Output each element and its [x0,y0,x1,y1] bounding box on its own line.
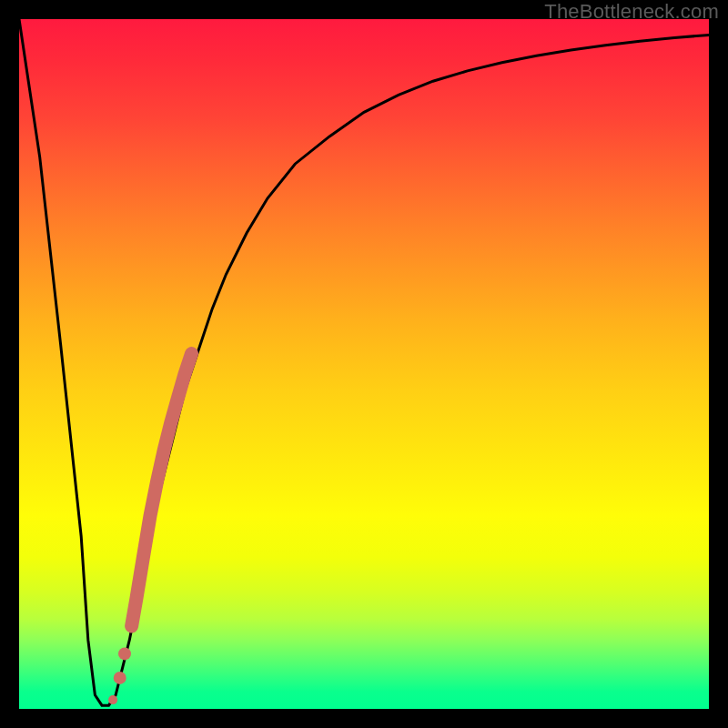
frame: TheBottleneck.com [0,0,728,728]
highlight-dot [108,695,117,704]
highlight-thick-segment [132,354,192,626]
highlight-dots [108,647,131,704]
plot-area [19,19,709,709]
bottleneck-curve [19,19,709,705]
watermark: TheBottleneck.com [544,0,719,24]
highlight-dot [114,672,126,684]
curve-layer [19,19,709,709]
highlight-dot [118,647,131,660]
